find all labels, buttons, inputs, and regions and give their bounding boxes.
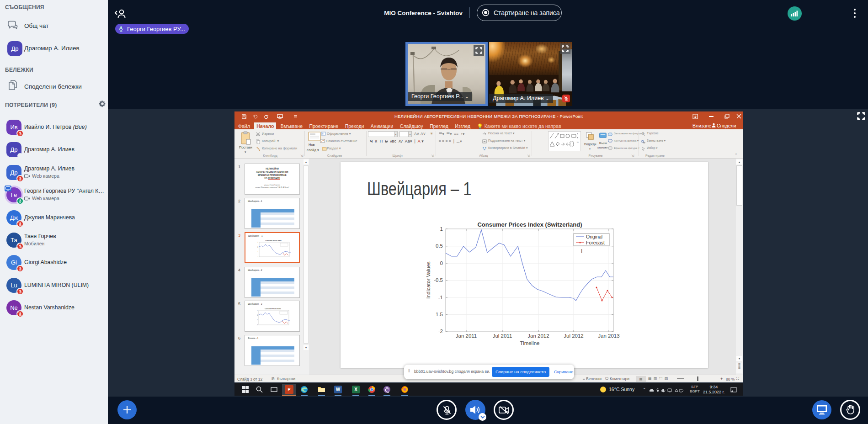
svg-text:Jan 2011: Jan 2011 [456, 333, 477, 339]
svg-text:Original: Original [586, 234, 602, 239]
svg-text:Jan 2012: Jan 2012 [527, 333, 549, 339]
svg-text:Indicator Values: Indicator Values [426, 261, 431, 299]
svg-text:1: 1 [440, 226, 443, 232]
svg-text:1: 1 [257, 310, 258, 312]
svg-text:-1.5: -1.5 [434, 312, 443, 317]
svg-text:0.5: 0.5 [436, 243, 443, 249]
svg-text:-1: -1 [257, 251, 258, 253]
svg-text:-1: -1 [256, 319, 258, 321]
svg-text:0: 0 [440, 260, 443, 266]
svg-text:1: 1 [257, 242, 258, 244]
svg-text:Consumer Prices Index (Switzer: Consumer Prices Index (Switzerland) [477, 221, 582, 228]
svg-text:I: I [581, 248, 582, 254]
svg-text:Jul 2012: Jul 2012 [564, 333, 583, 339]
svg-text:Jul 2011: Jul 2011 [493, 333, 512, 339]
svg-text:0: 0 [257, 246, 258, 248]
svg-text:-2: -2 [256, 324, 258, 326]
svg-text:0: 0 [257, 314, 258, 316]
svg-text:Forecast: Forecast [586, 240, 605, 245]
svg-text:-2: -2 [257, 256, 258, 258]
svg-text:Jan 2013: Jan 2013 [598, 333, 619, 339]
svg-text:-0.5: -0.5 [434, 277, 443, 283]
svg-text:-1: -1 [438, 295, 443, 300]
svg-text:Timeline: Timeline [520, 340, 539, 346]
svg-text:-2: -2 [438, 329, 443, 334]
